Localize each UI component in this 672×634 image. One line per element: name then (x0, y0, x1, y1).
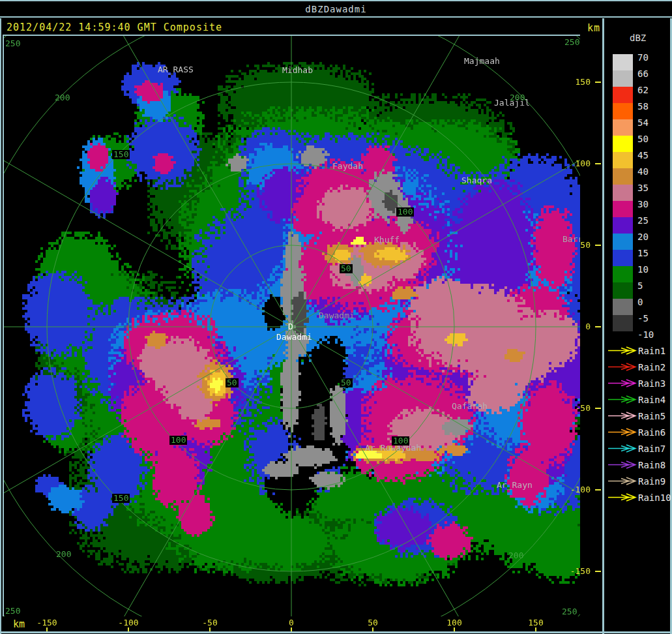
range-ring-label: 50 (340, 264, 353, 273)
radial-line (291, 327, 580, 532)
right-axis-tick (595, 571, 601, 572)
rain-legend-label: Rain1 (638, 346, 665, 355)
colorbar-band (613, 217, 633, 234)
place-label: AR_RASS (158, 65, 194, 74)
rain-arrow-icon (608, 346, 637, 355)
right-axis-tick-label: 100 (562, 159, 591, 168)
titlebar-top-border (0, 0, 672, 1)
radar-site-marker: D (288, 322, 293, 331)
place-label: Shaqra (461, 176, 492, 185)
place-label: Qafarah (452, 402, 488, 411)
radar-app-window: { "title_bar": { "title": "dBZDawadmi" }… (0, 0, 672, 634)
radial-line (4, 327, 291, 532)
bottom-axis-tick-label: -150 (27, 618, 66, 627)
colorbar-band (613, 119, 633, 136)
bottom-axis-tick-label: 50 (353, 618, 392, 627)
range-ring-label: 150 (112, 150, 130, 159)
rain-legend-label: Rain10 (638, 493, 671, 502)
range-ring-label: 50 (340, 378, 353, 387)
rain-arrow-icon (608, 395, 637, 404)
colorbar-value-label: 20 (637, 232, 649, 242)
colorbar-band (613, 103, 633, 119)
colorbar-band (613, 168, 633, 185)
colorbar-band (613, 201, 633, 217)
right-axis-tick (595, 408, 601, 409)
rain-arrow-icon (608, 379, 637, 387)
range-ring-label: 200 (56, 550, 71, 559)
right-axis-tick (595, 489, 601, 491)
colorbar-value-label: 70 (637, 53, 649, 63)
radar-viewport[interactable]: AR_RASSMidhabMajmaahJalajilFaydahShaqraK… (4, 36, 580, 616)
colorbar-band (613, 136, 633, 152)
rain-legend-label: Rain4 (638, 395, 665, 404)
colorbar-value-label: 62 (637, 85, 649, 95)
colorbar-band (613, 152, 633, 168)
place-label: Midhab (282, 66, 313, 75)
rain-legend-label: Rain2 (638, 363, 665, 372)
colorbar-band (613, 282, 633, 299)
titlebar-bottom-border (0, 16, 672, 18)
colorbar-band (613, 70, 633, 87)
colorbar-value-label: -5 (637, 314, 649, 324)
place-label: Ar_Rayn (497, 481, 533, 490)
radial-line (4, 123, 291, 327)
colorbar-band (613, 299, 633, 315)
right-axis-tick (595, 245, 601, 246)
bottom-axis-tick-label: 150 (516, 618, 555, 627)
colorbar-value-label: 45 (637, 151, 649, 160)
right-axis-tick-label: -100 (562, 485, 591, 494)
rain-legend-label: Rain3 (638, 379, 665, 388)
colorbar-band (613, 234, 633, 250)
radial-line (87, 327, 292, 616)
rain-legend-label: Rain8 (638, 460, 665, 470)
range-ring-label: 100 (396, 207, 414, 217)
radial-line (87, 36, 292, 327)
rain-arrow-icon (608, 460, 637, 469)
place-label: Barra (562, 235, 580, 244)
bottom-axis-tick-label: 0 (272, 618, 311, 627)
timestamp-label: 2012/04/22 14:59:40 GMT Composite (7, 22, 222, 33)
colorbar-band (613, 185, 633, 201)
bottom-axis-tick-label: 100 (435, 618, 474, 627)
colorbar-value-label: 54 (637, 118, 649, 128)
colorbar-band (613, 250, 633, 266)
colorbar-value-label: 40 (637, 167, 649, 177)
range-ring-label: 200 (510, 93, 525, 102)
rain-arrow-icon (608, 363, 637, 371)
range-ring-label: 150 (112, 494, 130, 503)
right-axis-tick (595, 326, 601, 327)
rain-legend-label: Rain7 (638, 444, 665, 453)
rain-arrow-icon (608, 477, 637, 485)
window-left-border (0, 18, 1, 634)
colorbar-value-label: 58 (637, 102, 649, 112)
radial-line (291, 327, 496, 616)
rain-arrow-icon (608, 444, 637, 453)
right-axis-tick-label: -50 (562, 404, 591, 413)
bottom-axis-tick (535, 627, 536, 631)
place-label: Majmaah (464, 57, 500, 66)
colorbar-value-label: 0 (637, 297, 643, 307)
colorbar-title: dBZ (630, 33, 646, 43)
km-unit-top-right: km (587, 22, 600, 34)
right-axis-tick (595, 82, 601, 83)
colorbar-value-label: 35 (637, 183, 649, 193)
colorbar-band (613, 54, 633, 70)
colorbar-band (613, 315, 633, 331)
radar-site-label: Dawadmi (276, 333, 312, 342)
colorbar-value-label: 10 (637, 265, 649, 275)
range-ring-label: 200 (508, 551, 523, 560)
bottom-axis-tick (372, 627, 373, 631)
window-title-bar[interactable]: dBZDawadmi (0, 0, 672, 18)
colorbar-value-label: 25 (637, 216, 649, 226)
bottom-axis-tick (128, 627, 129, 631)
bottom-axis-tick (209, 627, 211, 631)
range-ring-label: 100 (169, 436, 187, 445)
bottom-axis-tick-label: -50 (190, 618, 229, 627)
rain-legend-label: Rain5 (638, 412, 665, 421)
colorbar-min-label: -10 (637, 330, 654, 340)
range-ring-label: 100 (392, 436, 409, 445)
range-ring-label: 50 (226, 378, 239, 387)
range-ring-label: 250 (564, 38, 579, 47)
right-axis-tick (595, 163, 601, 164)
colorbar-value-label: 15 (637, 249, 649, 258)
